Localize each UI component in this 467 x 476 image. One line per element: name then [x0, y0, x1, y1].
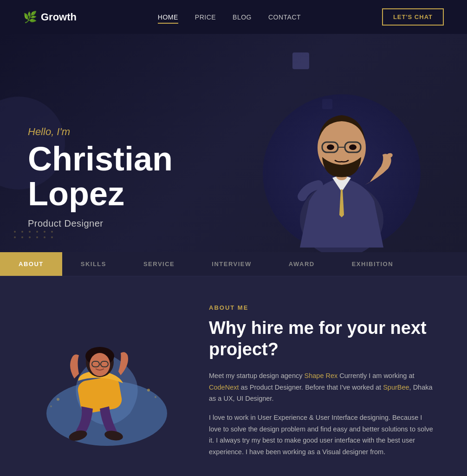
nav-item-contact[interactable]: CONTACT — [268, 13, 301, 21]
logo-icon: 🌿 — [23, 11, 37, 24]
hero-content: Hello, I'm Christian Lopez Product Desig… — [28, 126, 244, 252]
hero-section: Hello, I'm Christian Lopez Product Desig… — [0, 34, 467, 252]
link-codenext[interactable]: CodeNext — [209, 384, 239, 391]
about-paragraph2: I love to work in User Experience & User… — [209, 412, 435, 458]
person-svg — [272, 71, 411, 252]
about-illustration-svg — [37, 306, 176, 450]
logo[interactable]: 🌿 Growth — [23, 11, 77, 24]
hero-name-line2: Lopez — [28, 175, 124, 212]
tab-exhibition[interactable]: EXHIBITION — [333, 252, 412, 276]
svg-point-19 — [147, 389, 150, 391]
tab-service[interactable]: SERVICE — [125, 252, 193, 276]
tabs-bar: ABOUT SKILLS SERVICE INTERVIEW AWARD EXH… — [0, 252, 467, 276]
lets-chat-button[interactable]: LET'S CHAT — [382, 8, 444, 26]
hero-person-area — [244, 57, 439, 252]
about-section: ABOUT ME Why hire me for your next proje… — [0, 276, 467, 476]
about-illustration — [32, 304, 181, 453]
person-image — [267, 66, 416, 252]
tab-interview[interactable]: INTERVIEW — [193, 252, 270, 276]
hero-name: Christian Lopez — [28, 142, 244, 212]
navbar: 🌿 Growth HOME PRICE BLOG CONTACT LET'S C… — [0, 0, 467, 34]
link-shape-rex[interactable]: Shape Rex — [305, 372, 338, 379]
tab-award[interactable]: AWARD — [270, 252, 333, 276]
hero-greeting: Hello, I'm — [28, 126, 244, 138]
nav-links: HOME PRICE BLOG CONTACT — [158, 13, 301, 21]
svg-point-22 — [50, 405, 52, 407]
hero-name-line1: Christian — [28, 140, 173, 177]
about-section-label: ABOUT ME — [209, 304, 435, 311]
svg-point-21 — [57, 398, 59, 401]
link-spurbee[interactable]: SpurBee — [383, 384, 409, 391]
hero-title: Product Designer — [28, 218, 244, 229]
tab-skills[interactable]: SKILLS — [62, 252, 125, 276]
nav-item-blog[interactable]: BLOG — [233, 13, 252, 21]
about-content: ABOUT ME Why hire me for your next proje… — [209, 304, 435, 476]
svg-point-20 — [155, 396, 156, 398]
svg-point-7 — [349, 144, 357, 150]
about-paragraph1: Meet my startup design agency Shape Rex … — [209, 370, 435, 404]
nav-item-home[interactable]: HOME — [158, 13, 178, 21]
about-heading: Why hire me for your next project? — [209, 318, 435, 360]
tab-about[interactable]: ABOUT — [0, 252, 62, 276]
svg-point-6 — [327, 144, 334, 150]
svg-point-13 — [90, 353, 110, 376]
logo-text: Growth — [41, 11, 77, 23]
nav-item-price[interactable]: PRICE — [195, 13, 216, 21]
